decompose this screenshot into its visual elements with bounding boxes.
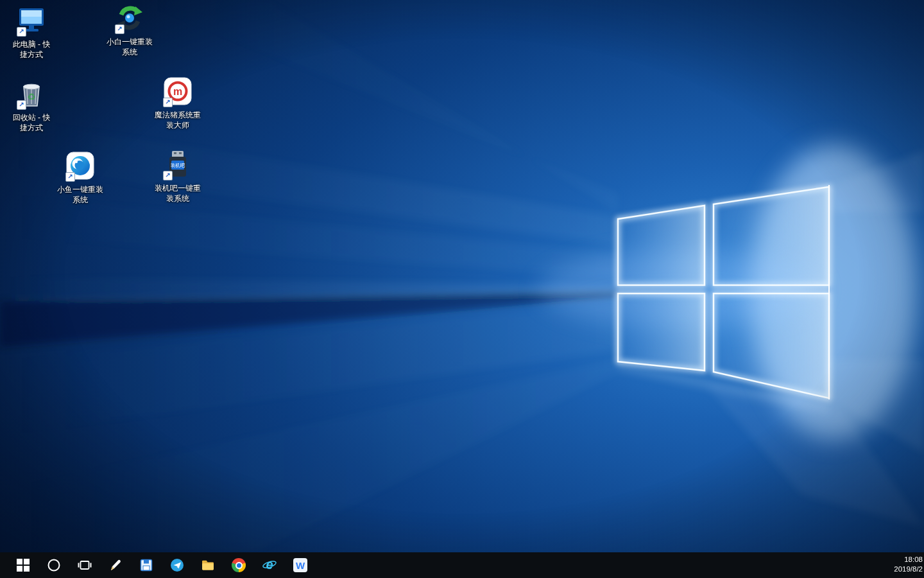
recycle-bin-icon: ♻ ↗ xyxy=(15,77,48,110)
desktop-icon-recycle-bin[interactable]: ♻ ↗ 回收站 - 快 捷方式 xyxy=(1,77,62,133)
desktop-icon-this-pc[interactable]: ↗ 此电脑 - 快 捷方式 xyxy=(1,4,62,60)
file-explorer-button[interactable] xyxy=(193,552,223,578)
desktop-icon-label: 小白一键重装 系统 xyxy=(107,37,153,57)
shortcut-arrow-icon: ↗ xyxy=(163,171,173,180)
svg-text:W: W xyxy=(296,560,305,571)
floppy-disk-icon xyxy=(139,558,153,572)
desktop-icon-label: 魔法猪系统重 装大师 xyxy=(155,110,201,130)
search-button[interactable] xyxy=(38,552,69,578)
desktop-icon-label: 此电脑 - 快 捷方式 xyxy=(13,39,51,60)
shortcut-arrow-icon: ↗ xyxy=(65,172,75,182)
zhuangjiba-icon: 装机吧 ↗ xyxy=(161,148,194,181)
task-view-icon xyxy=(78,558,92,572)
desktop-icon-label: 小鱼一键重装 系统 xyxy=(57,184,103,205)
internet-explorer-button[interactable]: e xyxy=(254,552,285,578)
shortcut-arrow-icon: ↗ xyxy=(17,100,26,110)
desktop-icon-label: 回收站 - 快 捷方式 xyxy=(13,112,51,133)
shortcut-arrow-icon: ↗ xyxy=(163,98,173,107)
desktop-icon-zhuangjiba[interactable]: 装机吧 ↗ 装机吧一键重 装系统 xyxy=(147,148,209,204)
svg-text:e: e xyxy=(266,557,273,572)
pen-icon xyxy=(108,558,123,572)
taskbar-clock[interactable]: 18:08 2019/8/2 xyxy=(890,552,924,578)
start-button[interactable] xyxy=(8,552,38,578)
internet-explorer-icon: e xyxy=(262,557,277,573)
shortcut-arrow-icon: ↗ xyxy=(115,24,124,34)
folder-icon xyxy=(201,558,215,572)
desktop-icon-xiaobai[interactable]: ↗ 小白一键重装 系统 xyxy=(99,1,160,57)
clock-time: 18:08 xyxy=(894,555,923,565)
xiaoyu-icon: ↗ xyxy=(64,149,97,182)
svg-text:m: m xyxy=(173,86,182,97)
this-pc-icon: ↗ xyxy=(15,4,48,37)
svg-text:装机吧: 装机吧 xyxy=(171,162,185,168)
desktop-icon-xiaoyu[interactable]: ↗ 小鱼一键重装 系统 xyxy=(49,149,111,205)
windows-logo-icon xyxy=(17,559,30,572)
desktop-icon-label: 装机吧一键重 装系统 xyxy=(155,183,201,204)
desktop: ↗ 此电脑 - 快 捷方式 ↗ 小白一键重装 系统 xyxy=(0,0,924,552)
shortcut-arrow-icon: ↗ xyxy=(17,27,26,37)
search-icon xyxy=(47,558,61,572)
ink-workspace-button[interactable] xyxy=(100,552,131,578)
wps-icon: W xyxy=(293,557,308,573)
chrome-icon xyxy=(232,558,246,572)
wps-button[interactable]: W xyxy=(285,552,316,578)
taskbar: e W 18:08 2019/8/2 xyxy=(0,552,924,578)
clock-date: 2019/8/2 xyxy=(894,565,923,574)
messenger-button[interactable] xyxy=(162,552,193,578)
xiaobai-icon: ↗ xyxy=(113,1,146,35)
svg-text:♻: ♻ xyxy=(27,91,35,102)
paper-plane-icon xyxy=(170,558,184,572)
mofazhu-icon: m ↗ xyxy=(161,74,194,108)
desktop-icon-mofazhu[interactable]: m ↗ 魔法猪系统重 装大师 xyxy=(147,74,209,130)
chrome-button[interactable] xyxy=(223,552,254,578)
backup-tool-button[interactable] xyxy=(131,552,162,578)
desktop-wallpaper xyxy=(0,0,924,552)
task-view-button[interactable] xyxy=(69,552,100,578)
